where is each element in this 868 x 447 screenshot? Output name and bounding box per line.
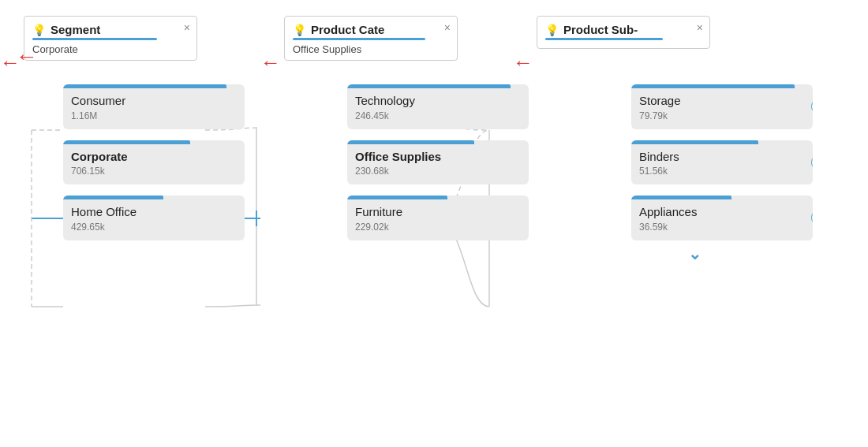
node-consumer-bar — [63, 84, 226, 88]
node-appliances[interactable]: Appliances 36.59k + — [631, 196, 813, 240]
red-arrow-product-cate: ← — [260, 50, 281, 75]
red-arrow-product-sub: ← — [513, 50, 533, 75]
column-subcategory: Storage 79.79k + Binders 51.56k + Applia… — [631, 84, 813, 240]
node-furniture[interactable]: Furniture 229.02k — [347, 196, 529, 240]
node-corporate-value: 706.15k — [63, 166, 245, 177]
filter-product-sub: ← 💡 Product Sub- × — [537, 16, 710, 49]
filter-segment-value: Corporate — [32, 43, 189, 55]
lightbulb-icon-product-sub: 💡 — [545, 24, 559, 36]
filter-segment-bar — [32, 38, 157, 40]
filter-segment-inner: 💡 Segment Corporate × — [24, 16, 197, 61]
filter-product-cate-title: 💡 Product Cate — [293, 23, 449, 36]
node-office-supplies-bar — [347, 140, 474, 144]
node-furniture-name: Furniture — [347, 204, 529, 220]
filter-product-cate-inner: 💡 Product Cate Office Supplies × — [284, 16, 458, 61]
node-corporate-name: Corporate — [63, 149, 245, 165]
node-appliances-value: 36.59k — [631, 222, 813, 233]
node-home-office[interactable]: Home Office 429.65k — [63, 196, 245, 240]
node-storage-name: Storage — [631, 93, 813, 109]
lightbulb-icon-product-cate: 💡 — [293, 24, 306, 36]
node-appliances-bar — [631, 196, 731, 199]
node-home-office-bar — [63, 196, 163, 199]
node-furniture-bar — [347, 196, 447, 199]
node-technology[interactable]: Technology 246.45k — [347, 84, 529, 129]
filter-segment-title: 💡 Segment — [32, 23, 189, 36]
lightbulb-icon-segment: 💡 — [32, 24, 46, 36]
filter-segment: → ← 💡 Segment Corporate × — [24, 16, 197, 61]
node-binders[interactable]: Binders 51.56k + — [631, 140, 813, 185]
filter-product-sub-close[interactable]: × — [697, 21, 703, 34]
node-furniture-value: 229.02k — [347, 222, 529, 233]
node-binders-value: 51.56k — [631, 166, 813, 177]
filter-segment-label: Segment — [51, 23, 100, 36]
node-storage[interactable]: Storage 79.79k + — [631, 84, 813, 129]
down-chevron[interactable]: ⌄ — [544, 244, 844, 264]
node-technology-value: 246.45k — [347, 110, 529, 121]
header-row: → ← 💡 Segment Corporate × ← 💡 Product Ca… — [24, 16, 844, 61]
filter-product-sub-title: 💡 Product Sub- — [545, 23, 702, 36]
node-consumer[interactable]: Consumer 1.16M — [63, 84, 245, 129]
node-office-supplies-value: 230.68k — [347, 166, 529, 177]
node-office-supplies[interactable]: Office Supplies 230.68k — [347, 140, 529, 185]
node-home-office-value: 429.65k — [63, 222, 245, 233]
node-storage-bar — [631, 84, 795, 88]
node-corporate-bar — [63, 140, 190, 144]
filter-product-sub-label: Product Sub- — [563, 23, 638, 36]
filter-product-sub-bar — [545, 38, 663, 40]
filter-product-cate-value: Office Supplies — [293, 43, 449, 55]
node-consumer-value: 1.16M — [63, 110, 245, 121]
filter-segment-close[interactable]: × — [184, 21, 190, 34]
node-binders-name: Binders — [631, 149, 813, 165]
filter-product-cate-bar — [293, 38, 425, 40]
node-binders-bar — [631, 140, 758, 144]
filter-product-cate-label: Product Cate — [311, 23, 384, 36]
filter-product-cate: ← 💡 Product Cate Office Supplies × — [284, 16, 458, 61]
node-appliances-name: Appliances — [631, 204, 813, 220]
filter-product-sub-inner: 💡 Product Sub- × — [537, 16, 710, 49]
node-home-office-name: Home Office — [63, 204, 245, 220]
filter-product-cate-close[interactable]: × — [444, 21, 451, 34]
node-corporate[interactable]: Corporate 706.15k — [63, 140, 245, 185]
node-technology-bar — [347, 84, 511, 88]
node-storage-value: 79.79k — [631, 110, 813, 121]
node-office-supplies-name: Office Supplies — [347, 149, 529, 165]
arrow-segment: → — [16, 46, 38, 68]
chevron-down-icon[interactable]: ⌄ — [688, 245, 702, 263]
column-segment: Consumer 1.16M Corporate 706.15k Home Of… — [63, 84, 245, 240]
main-container: → ← 💡 Segment Corporate × ← 💡 Product Ca… — [0, 0, 868, 447]
node-technology-name: Technology — [347, 93, 529, 109]
node-consumer-name: Consumer — [63, 93, 245, 109]
column-category: Technology 246.45k Office Supplies 230.6… — [347, 84, 529, 240]
columns-wrapper: Consumer 1.16M Corporate 706.15k Home Of… — [24, 84, 844, 240]
